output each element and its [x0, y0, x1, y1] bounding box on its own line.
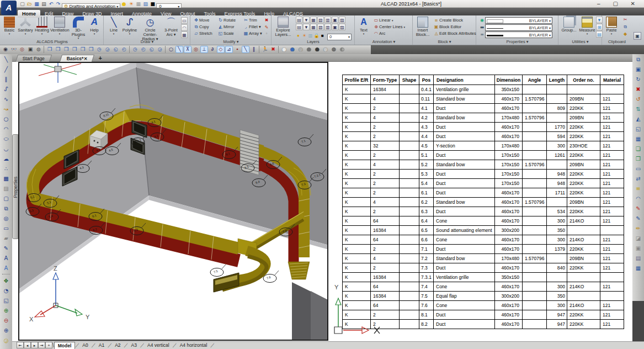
snap-clear-icon[interactable]: ∥: [250, 46, 258, 53]
utilities-mini-icon[interactable]: ⊞: [596, 24, 603, 30]
view1-icon[interactable]: ◷: [95, 46, 103, 53]
doc-tab-startpage[interactable]: Start Page: [15, 55, 52, 62]
button-mirror[interactable]: ◭Mirror: [217, 24, 235, 30]
new-tab-button[interactable]: +: [98, 55, 102, 61]
camera-icon[interactable]: ▣: [26, 46, 34, 53]
menu-item-home[interactable]: Home: [18, 10, 40, 18]
marker-icon[interactable]: ✏: [634, 224, 643, 233]
utilities-mini-icon[interactable]: ▤: [596, 31, 603, 38]
properties-panel-tab[interactable]: Properties: [12, 134, 18, 239]
sphere-gray2-icon[interactable]: ●: [313, 46, 321, 53]
move-vert-icon[interactable]: ⇅: [634, 105, 643, 114]
menu-item-insert[interactable]: Insert: [107, 10, 128, 18]
zoom-realtime-icon[interactable]: ◔: [2, 287, 10, 295]
zoom-extents-icon[interactable]: ⊕: [2, 326, 10, 335]
button-move[interactable]: ✥Move: [193, 17, 209, 23]
button-3-point[interactable]: ⌒3-Point Arc ▾: [162, 17, 180, 37]
modify-extra-icon[interactable]: ✎: [263, 24, 270, 31]
button-3d-plugins[interactable]: 3D-Plugins▾: [70, 17, 87, 39]
window-controls[interactable]: – ▢ ✕: [597, 1, 641, 7]
cube4-icon[interactable]: ❒: [71, 46, 78, 53]
layer-tool-icon[interactable]: ▣: [332, 17, 338, 23]
pan-icon[interactable]: ✥: [2, 277, 10, 285]
button-polyline[interactable]: ᔑPolyline▾: [121, 17, 138, 35]
redo-icon[interactable]: ↷: [55, 1, 62, 7]
ungroup-icon[interactable]: ❐: [634, 155, 643, 163]
property-combo[interactable]: BYLAYER ▾: [485, 31, 552, 38]
paste-obj-icon[interactable]: ▣: [634, 65, 643, 74]
button-text[interactable]: AText▾: [356, 17, 371, 35]
button-array[interactable]: ▦Array ▾: [243, 30, 262, 36]
modify-extra-icon[interactable]: °: [263, 31, 270, 38]
button-help[interactable]: AHelp▾: [88, 17, 101, 35]
layout-tab-a0[interactable]: A0: [79, 342, 91, 349]
rectangle-icon[interactable]: ▭: [2, 224, 10, 233]
sphere-white-icon[interactable]: ●: [280, 46, 288, 53]
model-viewport[interactable]: 0.114.14.20.4.14.44.54.35.25.15.35.46.16…: [18, 62, 328, 341]
menu-item-help[interactable]: Help: [259, 10, 279, 18]
block-edit-icon[interactable]: ▣: [634, 244, 643, 253]
copy-icon[interactable]: ⧉: [2, 204, 10, 213]
layer-tool-icon[interactable]: ▣: [332, 24, 338, 30]
panel-icon[interactable]: ▤: [634, 254, 643, 263]
layout-tab-a4-horizontal[interactable]: A4 horizontal: [177, 342, 211, 349]
snap-int-icon[interactable]: ⊿: [225, 46, 233, 53]
doc-tab-basics[interactable]: Basics* ✕: [60, 55, 95, 62]
layer-tool-icon[interactable]: ▼: [303, 24, 310, 30]
snap-circle-icon[interactable]: ○: [167, 46, 175, 53]
menu-item-view[interactable]: View: [156, 10, 175, 18]
new-icon[interactable]: ▢: [19, 1, 26, 7]
button-scale[interactable]: ◱Scale: [217, 30, 234, 36]
pen-red-icon[interactable]: ✎: [634, 204, 643, 213]
cube1-icon[interactable]: ❒: [46, 46, 54, 53]
cube2-icon[interactable]: ❒: [54, 46, 62, 53]
button-group[interactable]: Group...: [560, 17, 578, 33]
erase-icon[interactable]: ✖: [634, 85, 643, 94]
layer-select-combo[interactable]: 0▾: [327, 34, 352, 40]
gradient-icon[interactable]: ▨: [2, 184, 10, 193]
menu-item-draw[interactable]: Draw: [58, 10, 78, 18]
snap-perp-icon[interactable]: ⊥: [200, 46, 208, 53]
cube6-icon[interactable]: ❒: [87, 46, 95, 53]
list-icon[interactable]: ▦: [634, 264, 643, 273]
layout-nav-⇥[interactable]: ⇥: [38, 342, 45, 348]
layerlock-icon[interactable]: ▨: [142, 1, 149, 7]
text-multi-icon[interactable]: A: [2, 264, 10, 273]
utilities-mini-icon[interactable]: ▼: [596, 17, 603, 23]
revision-cloud-icon[interactable]: ☁: [2, 155, 10, 163]
cube3-icon[interactable]: ❒: [62, 46, 70, 53]
layer-tool-icon[interactable]: ▨: [339, 17, 345, 23]
button-basic[interactable]: Basic▾: [2, 17, 17, 35]
view4-icon[interactable]: ◴: [120, 46, 128, 53]
button-measure[interactable]: Measure▾: [579, 17, 595, 35]
menu-item-alcads[interactable]: ALCADS: [279, 10, 307, 18]
snap-off-icon[interactable]: ╲: [242, 46, 249, 53]
snap-tan-icon[interactable]: ∂: [209, 46, 216, 53]
group-sel-icon[interactable]: ❏: [634, 145, 643, 154]
button-ventilation[interactable]: Ventilation▾: [50, 17, 69, 35]
layer-tool-icon[interactable]: ▧: [317, 24, 324, 30]
button-copy[interactable]: ⧉Copy: [193, 24, 209, 30]
draw-mini-icon[interactable]: ▦: [181, 31, 188, 38]
snap-center-icon[interactable]: ◎: [192, 46, 200, 53]
sphere-wire-icon[interactable]: ◍: [330, 46, 338, 53]
property-combo[interactable]: BYLAYER ▾: [485, 24, 552, 31]
fillet-icon[interactable]: ◠: [634, 194, 643, 203]
arc-icon[interactable]: ◠: [2, 125, 10, 134]
button-sanitary[interactable]: Sanitary▾: [17, 17, 34, 35]
clock1-icon[interactable]: ◷: [131, 46, 139, 53]
layout-nav-+[interactable]: +: [45, 342, 52, 348]
button-create-block[interactable]: ⧈Create Block: [433, 17, 463, 23]
scale-icon[interactable]: ◱: [634, 125, 643, 134]
layout-tab-model[interactable]: Model: [54, 342, 76, 349]
draw-mini-icon[interactable]: ▭: [181, 17, 188, 24]
line-icon[interactable]: ╲: [2, 55, 10, 64]
text-single-icon[interactable]: A: [2, 254, 10, 263]
layout-tab-a4-vertical[interactable]: A4 vertical: [144, 342, 173, 349]
button-fillet[interactable]: ◞Fillet ▾: [243, 24, 261, 30]
button-center-lines[interactable]: ⊕Center Lines ▾: [373, 24, 405, 30]
clock3-icon[interactable]: ◵: [148, 46, 156, 53]
view3-icon[interactable]: ◵: [112, 46, 120, 53]
save-icon[interactable]: ▦: [33, 1, 40, 7]
delete-icon[interactable]: ✖: [269, 46, 277, 53]
